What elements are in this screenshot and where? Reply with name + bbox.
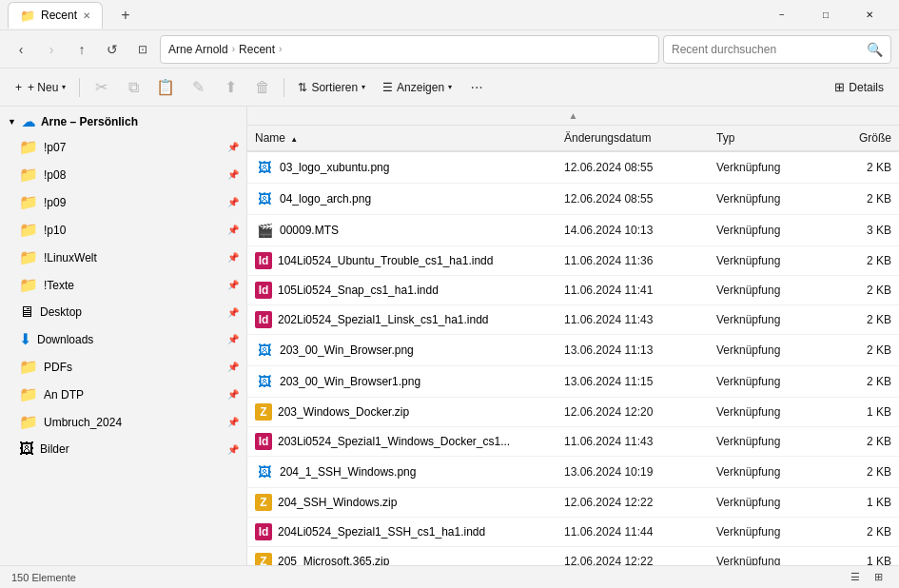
table-row[interactable]: Z 203_Windows_Docker.zip 12.06.2024 12:2… <box>247 398 899 427</box>
new-dropdown-icon: ▾ <box>62 83 66 91</box>
sidebar: ▼ ☁ Arne – Persönlich 📁 !p07 📌 📁 !p08 📌 … <box>0 107 247 565</box>
forward-button[interactable]: › <box>38 36 65 63</box>
sidebar-item-p10[interactable]: 📁 !p10 📌 <box>0 216 246 244</box>
rename-button[interactable]: ✎ <box>183 72 213 103</box>
breadcrumb-arne-arnold[interactable]: Arne Arnold <box>168 43 228 56</box>
sort-button[interactable]: ⇅ Sortieren ▾ <box>290 77 373 98</box>
table-row[interactable]: Id 204Li0524_Spezial1_SSH_cs1_ha1.indd 1… <box>247 518 899 547</box>
file-date: 12.06.2024 08:55 <box>557 157 709 178</box>
table-row[interactable]: Id 104Li0524_Ubuntu_Trouble_cs1_ha1.indd… <box>247 246 899 276</box>
folder-icon: 📁 <box>19 193 38 211</box>
file-size: 2 KB <box>823 309 899 330</box>
breadcrumb-recent[interactable]: Recent <box>239 43 275 56</box>
breadcrumb-bar[interactable]: Arne Arnold › Recent › <box>160 35 659 64</box>
view-button[interactable]: ☰ Anzeigen ▾ <box>375 77 459 98</box>
file-name: 00009.MTS <box>280 224 339 237</box>
table-row[interactable]: 🖼 203_00_Win_Browser.png 13.06.2024 11:1… <box>247 335 899 366</box>
file-name-cell: 🖼 203_00_Win_Browser1.png <box>247 368 557 395</box>
sidebar-item-p08[interactable]: 📁 !p08 📌 <box>0 161 246 188</box>
file-name-cell: Z 204_SSH_Windows.zip <box>247 490 557 515</box>
table-row[interactable]: 🖼 204_1_SSH_Windows.png 13.06.2024 10:19… <box>247 457 899 488</box>
sidebar-item-downloads[interactable]: ⬇ Downloads 📌 <box>0 325 246 353</box>
list-view-button[interactable]: ☰ <box>846 568 865 587</box>
maximize-button[interactable]: □ <box>804 0 848 30</box>
sidebar-item-p07[interactable]: 📁 !p07 📌 <box>0 133 246 161</box>
file-type: Verknüpfung <box>709 402 823 422</box>
table-row[interactable]: Id 202Li0524_Spezial1_Linsk_cs1_ha1.indd… <box>247 305 899 335</box>
pin-icon: 📌 <box>227 142 239 152</box>
sidebar-item-label: PDFs <box>44 361 72 374</box>
table-row[interactable]: Id 105Li0524_Snap_cs1_ha1.indd 11.06.202… <box>247 276 899 305</box>
file-date: 13.06.2024 10:19 <box>557 461 709 482</box>
table-row[interactable]: 🎬 00009.MTS 14.06.2024 10:13 Verknüpfung… <box>247 215 899 246</box>
current-tab[interactable]: 📁 Recent ✕ <box>8 2 103 29</box>
more-button[interactable]: ··· <box>461 72 492 103</box>
sidebar-item-label: !LinuxWelt <box>44 251 97 265</box>
file-date: 11.06.2024 11:43 <box>557 309 709 330</box>
new-button[interactable]: + + Neu ▾ <box>8 77 73 98</box>
new-tab-button[interactable]: + <box>114 4 137 27</box>
view-icon: ☰ <box>382 81 393 94</box>
search-bar[interactable]: 🔍 <box>663 35 891 64</box>
sidebar-item-andtp[interactable]: 📁 An DTP 📌 <box>0 381 246 408</box>
file-icon-indd: Id <box>255 282 272 299</box>
share-button[interactable]: ⬆ <box>215 72 245 103</box>
file-icon-indd: Id <box>255 433 272 450</box>
file-name-cell: Id 203Li0524_Spezial1_Windows_Docker_cs1… <box>247 429 557 454</box>
folder-icon: 📁 <box>19 166 38 184</box>
paste-button[interactable]: 📋 <box>150 72 181 103</box>
file-name: 205_Microsoft.365.zip <box>278 555 389 565</box>
sidebar-section-personal[interactable]: ▼ ☁ Arne – Persönlich <box>0 110 246 133</box>
sidebar-item-pdfs[interactable]: 📁 PDFs 📌 <box>0 353 246 381</box>
sidebar-item-linuxwelt[interactable]: 📁 !LinuxWelt 📌 <box>0 244 246 271</box>
col-header-type[interactable]: Typ <box>709 126 823 150</box>
sidebar-item-label: Downloads <box>37 333 93 346</box>
file-type: Verknüpfung <box>709 250 823 271</box>
sidebar-item-bilder[interactable]: 🖼 Bilder 📌 <box>0 436 246 462</box>
file-type: Verknüpfung <box>709 220 823 241</box>
table-row[interactable]: 🖼 04_logo_arch.png 12.06.2024 08:55 Verk… <box>247 184 899 215</box>
sidebar-item-umbruch[interactable]: 📁 Umbruch_2024 📌 <box>0 408 246 436</box>
sidebar-item-desktop[interactable]: 🖥 Desktop 📌 <box>0 299 246 325</box>
table-row[interactable]: Id 203Li0524_Spezial1_Windows_Docker_cs1… <box>247 427 899 457</box>
tab-close-button[interactable]: ✕ <box>83 10 90 21</box>
table-row[interactable]: Z 205_Microsoft.365.zip 12.06.2024 12:22… <box>247 547 899 565</box>
file-type: Verknüpfung <box>709 188 823 209</box>
pin-icon: 📌 <box>227 307 239 318</box>
details-button[interactable]: ⊞ Details <box>827 76 891 98</box>
back-button[interactable]: ‹ <box>8 36 34 63</box>
file-date: 11.06.2024 11:41 <box>557 280 709 301</box>
sidebar-item-texte[interactable]: 📁 !Texte 📌 <box>0 271 246 299</box>
file-date: 13.06.2024 11:13 <box>557 340 709 361</box>
sidebar-item-label: Bilder <box>40 442 69 456</box>
sidebar-item-p09[interactable]: 📁 !p09 📌 <box>0 188 246 216</box>
file-date: 11.06.2024 11:44 <box>557 521 709 542</box>
folder-icon: 📁 <box>19 276 38 294</box>
col-header-size[interactable]: Größe <box>823 126 899 150</box>
location-icon-button[interactable]: ⊡ <box>129 36 156 63</box>
table-row[interactable]: Z 204_SSH_Windows.zip 12.06.2024 12:22 V… <box>247 488 899 518</box>
cut-button[interactable]: ✂ <box>86 72 116 103</box>
details-icon: ⊞ <box>834 80 845 94</box>
file-date: 12.06.2024 12:22 <box>557 492 709 513</box>
file-name-cell: Z 205_Microsoft.365.zip <box>247 549 557 565</box>
refresh-button[interactable]: ↺ <box>99 36 126 63</box>
copy-button[interactable]: ⧉ <box>118 72 148 103</box>
table-row[interactable]: 🖼 03_logo_xubuntu.png 12.06.2024 08:55 V… <box>247 152 899 184</box>
file-icon-png: 🖼 <box>255 158 274 177</box>
close-button[interactable]: ✕ <box>848 0 891 30</box>
table-row[interactable]: 🖼 203_00_Win_Browser1.png 13.06.2024 11:… <box>247 366 899 398</box>
pin-icon: 📌 <box>227 252 239 263</box>
sort-arrow: ▲ <box>290 135 298 144</box>
grid-view-button[interactable]: ⊞ <box>869 568 888 587</box>
col-header-name[interactable]: Name ▲ <box>247 126 557 150</box>
delete-button[interactable]: 🗑 <box>247 72 278 103</box>
up-button[interactable]: ↑ <box>68 36 95 63</box>
search-input[interactable] <box>672 43 863 56</box>
toolbar-separator-2 <box>283 78 284 97</box>
file-name-cell: 🖼 03_logo_xubuntu.png <box>247 154 557 181</box>
col-header-date[interactable]: Änderungsdatum <box>557 126 709 150</box>
file-name: 203Li0524_Spezial1_Windows_Docker_cs1... <box>278 435 510 448</box>
minimize-button[interactable]: − <box>760 0 804 30</box>
search-icon[interactable]: 🔍 <box>867 42 883 57</box>
